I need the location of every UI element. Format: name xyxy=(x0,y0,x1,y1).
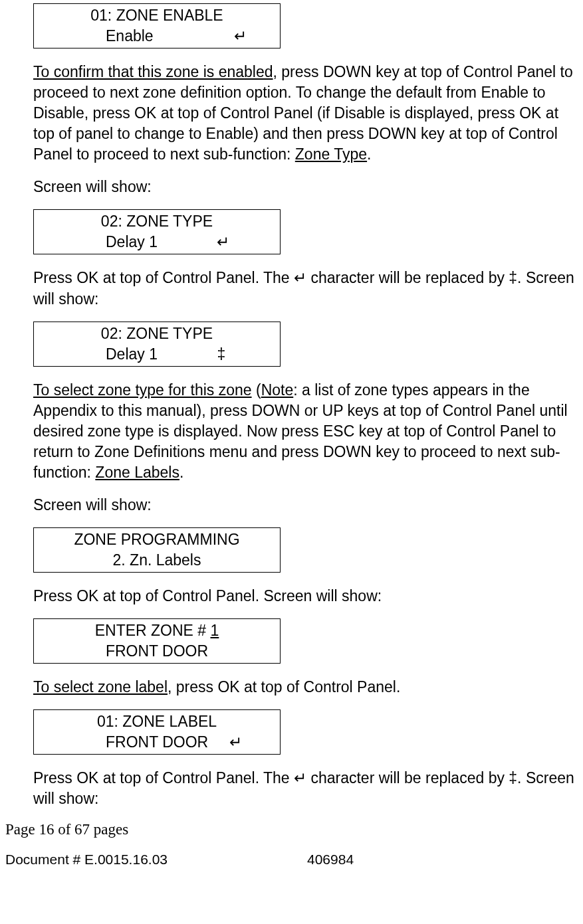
body-text: ( xyxy=(252,381,261,399)
instruction-paragraph: Press OK at top of Control Panel. The ↵ … xyxy=(33,768,576,809)
lcd-line2: Delay 1 ‡ xyxy=(34,344,280,365)
lcd-line1: ENTER ZONE # 1 xyxy=(34,620,280,641)
instruction-paragraph: Screen will show: xyxy=(33,177,576,197)
lcd-line2: Enable ↵ xyxy=(34,26,280,46)
lcd-screen-zone-label: 01: ZONE LABEL FRONT DOOR ↵ xyxy=(33,709,281,755)
page-content: 01: ZONE ENABLE Enable ↵ To confirm that… xyxy=(0,3,583,809)
lcd-line1: 01: ZONE LABEL xyxy=(34,711,280,732)
underlined-text: To select zone label xyxy=(33,678,168,695)
page-footer: Page 16 of 67 pages Document # E.0015.16… xyxy=(0,821,583,868)
lcd-line2: 2. Zn. Labels xyxy=(34,550,280,571)
lcd-screen-zone-enable: 01: ZONE ENABLE Enable ↵ xyxy=(33,3,281,48)
underlined-text: Zone Type xyxy=(295,145,367,163)
lcd-line2: FRONT DOOR xyxy=(34,641,280,662)
lcd-screen-zone-programming: ZONE PROGRAMMING 2. Zn. Labels xyxy=(33,527,281,573)
body-text: . xyxy=(179,464,183,481)
lcd-screen-zone-type-edit: 02: ZONE TYPE Delay 1 ‡ xyxy=(33,322,281,367)
underlined-text: 1 xyxy=(211,622,219,639)
body-text: . xyxy=(367,145,371,163)
instruction-paragraph: To select zone label, press OK at top of… xyxy=(33,677,576,697)
footer-row: Document # E.0015.16.03 406984 xyxy=(5,852,583,868)
underlined-text: Note xyxy=(261,381,294,399)
lcd-line1: 02: ZONE TYPE xyxy=(34,211,280,232)
instruction-paragraph: Screen will show: xyxy=(33,495,576,515)
lcd-line1: ZONE PROGRAMMING xyxy=(34,529,280,550)
lcd-line2: Delay 1 ↵ xyxy=(34,232,280,252)
document-number: Document # E.0015.16.03 xyxy=(5,852,168,868)
document-id: 406984 xyxy=(307,852,354,868)
lcd-text: ENTER ZONE # xyxy=(95,622,211,639)
lcd-line1: 02: ZONE TYPE xyxy=(34,323,280,344)
body-text: , press OK at top of Control Panel. xyxy=(168,678,400,695)
lcd-screen-enter-zone: ENTER ZONE # 1 FRONT DOOR xyxy=(33,618,281,664)
instruction-paragraph: To select zone type for this zone (Note:… xyxy=(33,380,576,483)
underlined-text: To confirm that this zone is enabled xyxy=(33,63,273,80)
instruction-paragraph: To confirm that this zone is enabled, pr… xyxy=(33,62,576,165)
underlined-text: To select zone type for this zone xyxy=(33,381,252,399)
instruction-paragraph: Press OK at top of Control Panel. Screen… xyxy=(33,586,576,606)
page-number: Page 16 of 67 pages xyxy=(5,821,583,838)
lcd-line2: FRONT DOOR ↵ xyxy=(34,732,280,753)
lcd-screen-zone-type-enter: 02: ZONE TYPE Delay 1 ↵ xyxy=(33,209,281,254)
underlined-text: Zone Labels xyxy=(95,464,179,481)
instruction-paragraph: Press OK at top of Control Panel. The ↵ … xyxy=(33,268,576,309)
lcd-line1: 01: ZONE ENABLE xyxy=(34,5,280,26)
